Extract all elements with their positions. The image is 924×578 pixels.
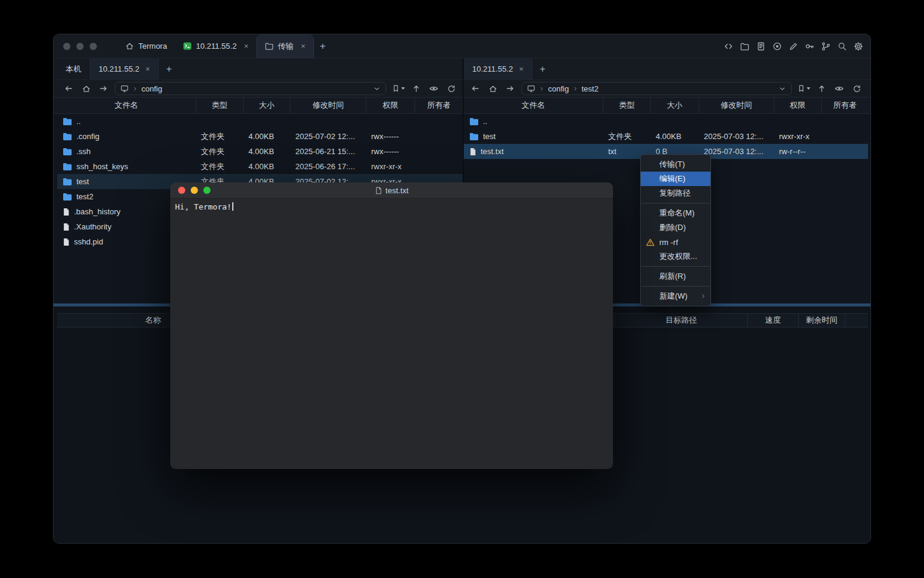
folder-icon: [63, 178, 72, 186]
column-header[interactable]: 大小: [244, 98, 291, 113]
cell-perms: rwx------: [366, 132, 415, 141]
show-hidden-eye-icon[interactable]: [428, 82, 440, 95]
table-row[interactable]: ..: [464, 114, 868, 129]
branch-icon[interactable]: [821, 41, 831, 52]
right-pane-tabs: 10.211.55.2 × +: [464, 58, 868, 79]
column-header[interactable]: 类型: [196, 98, 244, 113]
right-tab-host[interactable]: 10.211.55.2 ×: [464, 58, 532, 79]
close-icon[interactable]: ×: [244, 42, 248, 51]
table-header-band: 文件名 类型 大小 修改时间 权限 所有者 文件名 类型 大小 修改时间 权限 …: [54, 97, 870, 114]
right-new-tab-button[interactable]: +: [532, 58, 552, 79]
breadcrumb-segment[interactable]: test2: [582, 84, 599, 93]
show-hidden-eye-icon[interactable]: [833, 82, 845, 95]
menu-item-edit[interactable]: 编辑(E): [641, 172, 710, 186]
left-pane-tabs: 本机 10.211.55.2 × +: [57, 58, 463, 79]
table-row[interactable]: .config 文件夹 4.00KB 2025-07-02 12:... rwx…: [57, 129, 463, 144]
key-icon[interactable]: [805, 41, 815, 52]
tab-host-session[interactable]: 10.211.55.2 ×: [175, 34, 256, 58]
minimize-window-button[interactable]: [191, 187, 198, 194]
left-nav-bar: config: [57, 80, 463, 97]
chevron-down-icon[interactable]: [373, 85, 381, 93]
pencil-icon[interactable]: [789, 41, 798, 52]
bookmark-icon[interactable]: [392, 82, 405, 95]
right-table-header: 文件名 类型 大小 修改时间 权限 所有者: [464, 98, 868, 113]
left-tab-host[interactable]: 10.211.55.2 ×: [90, 58, 159, 79]
forward-icon[interactable]: [504, 82, 516, 95]
close-icon[interactable]: ×: [519, 64, 524, 73]
back-icon[interactable]: [469, 82, 481, 95]
folder-icon[interactable]: [740, 41, 750, 52]
up-directory-icon[interactable]: [410, 82, 422, 95]
up-directory-icon[interactable]: [816, 82, 828, 95]
menu-item-transfer[interactable]: 传输(T): [641, 157, 710, 172]
left-new-tab-button[interactable]: +: [159, 58, 179, 79]
code-icon[interactable]: [724, 41, 733, 52]
cell-filename: ..: [57, 117, 196, 126]
menu-item-rm-rf[interactable]: rm -rf: [641, 235, 710, 249]
bookmark-icon[interactable]: [797, 82, 810, 95]
zoom-window-button[interactable]: [203, 187, 211, 194]
table-row[interactable]: ssh_host_keys 文件夹 4.00KB 2025-06-26 17:.…: [57, 159, 463, 174]
menu-separator: [641, 286, 710, 287]
close-icon[interactable]: ×: [146, 64, 150, 73]
chevron-down-icon[interactable]: [778, 85, 786, 93]
refresh-icon[interactable]: [445, 82, 457, 95]
document-icon[interactable]: [756, 41, 766, 52]
column-header[interactable]: 大小: [651, 98, 699, 113]
column-header[interactable]: 剩余时间: [799, 314, 845, 327]
cell-perms: rwx------: [366, 147, 415, 156]
column-header[interactable]: 目标路径: [615, 314, 748, 327]
tab-termora[interactable]: Termora: [117, 34, 175, 58]
menu-item-copy-path[interactable]: 复制路径: [641, 186, 710, 200]
menu-item-refresh[interactable]: 刷新(R): [641, 269, 710, 284]
file-name: test2: [76, 192, 93, 201]
menu-item-new[interactable]: 新建(W): [641, 289, 710, 303]
chevron-right-icon: [573, 86, 578, 92]
chevron-right-icon: [539, 86, 544, 92]
tab-transfer[interactable]: 传输 ×: [256, 34, 314, 58]
close-window-button[interactable]: [178, 187, 185, 194]
column-header[interactable]: 文件名: [57, 98, 196, 113]
gear-icon[interactable]: [854, 41, 863, 52]
column-header[interactable]: 速度: [748, 314, 799, 327]
file-name: ssh_host_keys: [76, 162, 128, 171]
editor-titlebar[interactable]: test.txt: [170, 182, 613, 199]
column-header[interactable]: 类型: [603, 98, 651, 113]
home-icon[interactable]: [487, 82, 499, 95]
column-header[interactable]: 修改时间: [699, 98, 774, 113]
refresh-icon[interactable]: [851, 82, 863, 95]
minimize-window-button[interactable]: [76, 43, 84, 50]
home-icon[interactable]: [80, 82, 92, 95]
right-path-breadcrumb[interactable]: config test2: [522, 82, 792, 95]
menu-item-chmod[interactable]: 更改权限...: [641, 249, 710, 264]
column-header[interactable]: 所有者: [822, 98, 868, 113]
record-icon[interactable]: [772, 41, 782, 52]
close-window-button[interactable]: [63, 43, 70, 50]
breadcrumb-segment[interactable]: config: [141, 84, 162, 93]
home-icon: [125, 42, 134, 51]
editor-content[interactable]: Hi, Termora!: [170, 199, 613, 215]
close-icon[interactable]: ×: [301, 42, 306, 51]
column-header[interactable]: 文件名: [464, 98, 603, 113]
column-header[interactable]: 权限: [774, 98, 822, 113]
left-path-breadcrumb[interactable]: config: [115, 82, 386, 95]
column-header[interactable]: 修改时间: [291, 98, 366, 113]
search-icon[interactable]: [837, 41, 847, 52]
table-row[interactable]: ..: [57, 114, 463, 129]
file-icon: [63, 238, 70, 246]
column-header[interactable]: 权限: [366, 98, 415, 113]
back-icon[interactable]: [63, 82, 75, 95]
zoom-window-button[interactable]: [90, 43, 97, 50]
menu-item-rename[interactable]: 重命名(M): [641, 206, 710, 220]
column-header[interactable]: 所有者: [415, 98, 463, 113]
forward-icon[interactable]: [97, 82, 109, 95]
left-tab-local[interactable]: 本机: [57, 58, 90, 79]
menu-item-label: 编辑(E): [659, 173, 685, 184]
breadcrumb-segment[interactable]: config: [548, 84, 569, 93]
new-tab-button[interactable]: +: [314, 34, 332, 58]
cell-size: 4.00KB: [244, 162, 291, 171]
table-row[interactable]: .ssh 文件夹 4.00KB 2025-06-21 15:... rwx---…: [57, 144, 463, 159]
table-row[interactable]: test 文件夹 4.00KB 2025-07-03 12:... rwxr-x…: [464, 129, 868, 144]
menu-item-delete[interactable]: 删除(D): [641, 220, 710, 235]
right-file-table: .. test 文件夹 4.00KB 2025-07-03 12:... rwx…: [464, 114, 868, 159]
